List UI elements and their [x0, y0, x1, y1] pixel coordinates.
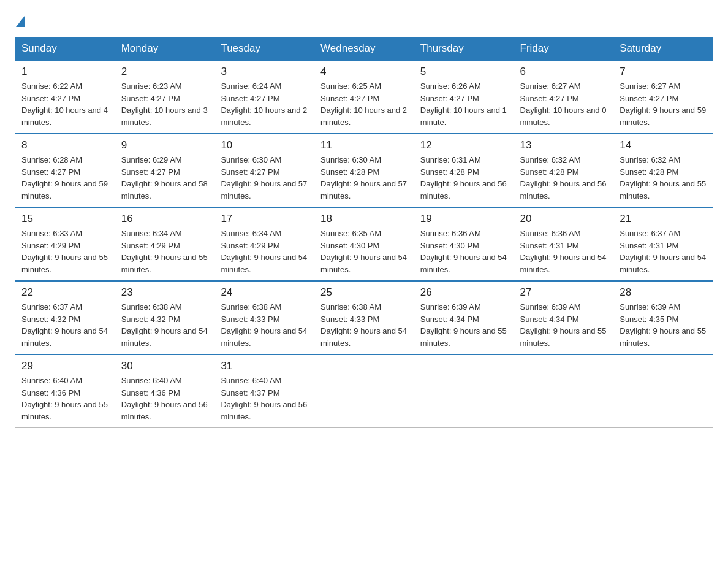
day-cell: 3Sunrise: 6:24 AMSunset: 4:27 PMDaylight…: [214, 60, 314, 134]
day-info: Sunrise: 6:40 AMSunset: 4:37 PMDaylight:…: [221, 375, 308, 423]
calendar-week-row: 22Sunrise: 6:37 AMSunset: 4:32 PMDayligh…: [15, 281, 713, 354]
day-info: Sunrise: 6:30 AMSunset: 4:28 PMDaylight:…: [320, 154, 408, 202]
day-info: Sunrise: 6:34 AMSunset: 4:29 PMDaylight:…: [121, 228, 208, 275]
day-cell: 21Sunrise: 6:37 AMSunset: 4:31 PMDayligh…: [613, 207, 713, 281]
day-number: 15: [21, 213, 108, 225]
day-info: Sunrise: 6:33 AMSunset: 4:29 PMDaylight:…: [21, 228, 108, 275]
calendar-week-row: 15Sunrise: 6:33 AMSunset: 4:29 PMDayligh…: [15, 207, 713, 281]
calendar-week-row: 29Sunrise: 6:40 AMSunset: 4:36 PMDayligh…: [15, 354, 713, 428]
day-of-week-header: Saturday: [613, 37, 713, 61]
day-number: 21: [620, 213, 707, 225]
day-cell: 10Sunrise: 6:30 AMSunset: 4:27 PMDayligh…: [214, 134, 314, 207]
empty-day-cell: [514, 354, 613, 428]
day-cell: 12Sunrise: 6:31 AMSunset: 4:28 PMDayligh…: [414, 134, 514, 207]
day-cell: 7Sunrise: 6:27 AMSunset: 4:27 PMDaylight…: [613, 60, 713, 134]
day-number: 9: [121, 139, 208, 151]
day-info: Sunrise: 6:28 AMSunset: 4:27 PMDaylight:…: [21, 154, 108, 202]
day-info: Sunrise: 6:23 AMSunset: 4:27 PMDaylight:…: [121, 80, 208, 128]
day-cell: 29Sunrise: 6:40 AMSunset: 4:36 PMDayligh…: [15, 354, 115, 428]
day-info: Sunrise: 6:26 AMSunset: 4:27 PMDaylight:…: [420, 80, 507, 128]
day-info: Sunrise: 6:32 AMSunset: 4:28 PMDaylight:…: [620, 154, 707, 202]
day-info: Sunrise: 6:32 AMSunset: 4:28 PMDaylight:…: [520, 154, 607, 202]
calendar-week-row: 8Sunrise: 6:28 AMSunset: 4:27 PMDaylight…: [15, 134, 713, 207]
day-cell: 31Sunrise: 6:40 AMSunset: 4:37 PMDayligh…: [214, 354, 314, 428]
day-of-week-header: Wednesday: [314, 37, 414, 61]
day-cell: 17Sunrise: 6:34 AMSunset: 4:29 PMDayligh…: [214, 207, 314, 281]
day-cell: 27Sunrise: 6:39 AMSunset: 4:34 PMDayligh…: [514, 281, 613, 354]
day-info: Sunrise: 6:24 AMSunset: 4:27 PMDaylight:…: [221, 80, 308, 128]
empty-day-cell: [613, 354, 713, 428]
day-number: 13: [520, 139, 607, 151]
day-info: Sunrise: 6:39 AMSunset: 4:35 PMDaylight:…: [620, 301, 707, 349]
day-cell: 25Sunrise: 6:38 AMSunset: 4:33 PMDayligh…: [314, 281, 414, 354]
logo-triangle-icon: [16, 16, 25, 27]
day-number: 3: [221, 66, 308, 78]
day-info: Sunrise: 6:36 AMSunset: 4:30 PMDaylight:…: [420, 228, 507, 275]
day-number: 8: [21, 139, 108, 151]
day-number: 12: [420, 139, 507, 151]
day-number: 1: [21, 66, 108, 78]
day-info: Sunrise: 6:27 AMSunset: 4:27 PMDaylight:…: [520, 80, 607, 128]
day-number: 23: [121, 286, 208, 299]
day-number: 27: [520, 286, 607, 299]
day-cell: 30Sunrise: 6:40 AMSunset: 4:36 PMDayligh…: [115, 354, 214, 428]
day-cell: 24Sunrise: 6:38 AMSunset: 4:33 PMDayligh…: [214, 281, 314, 354]
day-number: 22: [21, 286, 108, 299]
day-number: 10: [221, 139, 308, 151]
day-number: 14: [620, 139, 707, 151]
day-number: 26: [420, 286, 507, 299]
day-info: Sunrise: 6:29 AMSunset: 4:27 PMDaylight:…: [121, 154, 208, 202]
day-cell: 2Sunrise: 6:23 AMSunset: 4:27 PMDaylight…: [115, 60, 214, 134]
day-cell: 16Sunrise: 6:34 AMSunset: 4:29 PMDayligh…: [115, 207, 214, 281]
day-number: 20: [520, 213, 607, 225]
day-cell: 26Sunrise: 6:39 AMSunset: 4:34 PMDayligh…: [414, 281, 514, 354]
day-info: Sunrise: 6:38 AMSunset: 4:32 PMDaylight:…: [121, 301, 208, 349]
day-of-week-header: Monday: [115, 37, 214, 61]
day-number: 4: [320, 66, 408, 78]
empty-day-cell: [414, 354, 514, 428]
day-info: Sunrise: 6:37 AMSunset: 4:31 PMDaylight:…: [620, 228, 707, 275]
day-info: Sunrise: 6:25 AMSunset: 4:27 PMDaylight:…: [320, 80, 408, 128]
day-number: 11: [320, 139, 408, 151]
day-info: Sunrise: 6:22 AMSunset: 4:27 PMDaylight:…: [21, 80, 108, 128]
day-cell: 18Sunrise: 6:35 AMSunset: 4:30 PMDayligh…: [314, 207, 414, 281]
day-info: Sunrise: 6:36 AMSunset: 4:31 PMDaylight:…: [520, 228, 607, 275]
day-cell: 4Sunrise: 6:25 AMSunset: 4:27 PMDaylight…: [314, 60, 414, 134]
day-of-week-header: Tuesday: [214, 37, 314, 61]
day-info: Sunrise: 6:30 AMSunset: 4:27 PMDaylight:…: [221, 154, 308, 202]
day-info: Sunrise: 6:39 AMSunset: 4:34 PMDaylight:…: [420, 301, 507, 349]
day-cell: 5Sunrise: 6:26 AMSunset: 4:27 PMDaylight…: [414, 60, 514, 134]
day-info: Sunrise: 6:40 AMSunset: 4:36 PMDaylight:…: [21, 375, 108, 423]
day-of-week-header: Friday: [514, 37, 613, 61]
day-cell: 11Sunrise: 6:30 AMSunset: 4:28 PMDayligh…: [314, 134, 414, 207]
day-cell: 9Sunrise: 6:29 AMSunset: 4:27 PMDaylight…: [115, 134, 214, 207]
day-of-week-header: Thursday: [414, 37, 514, 61]
day-info: Sunrise: 6:34 AMSunset: 4:29 PMDaylight:…: [221, 228, 308, 275]
day-cell: 19Sunrise: 6:36 AMSunset: 4:30 PMDayligh…: [414, 207, 514, 281]
day-number: 25: [320, 286, 408, 299]
day-info: Sunrise: 6:27 AMSunset: 4:27 PMDaylight:…: [620, 80, 707, 128]
day-info: Sunrise: 6:39 AMSunset: 4:34 PMDaylight:…: [520, 301, 607, 349]
day-info: Sunrise: 6:38 AMSunset: 4:33 PMDaylight:…: [320, 301, 408, 349]
day-number: 2: [121, 66, 208, 78]
day-number: 17: [221, 213, 308, 225]
logo: [15, 15, 25, 25]
day-info: Sunrise: 6:38 AMSunset: 4:33 PMDaylight:…: [221, 301, 308, 349]
day-number: 19: [420, 213, 507, 225]
day-number: 16: [121, 213, 208, 225]
day-number: 30: [121, 360, 208, 372]
day-cell: 14Sunrise: 6:32 AMSunset: 4:28 PMDayligh…: [613, 134, 713, 207]
day-info: Sunrise: 6:40 AMSunset: 4:36 PMDaylight:…: [121, 375, 208, 423]
day-number: 29: [21, 360, 108, 372]
day-number: 7: [620, 66, 707, 78]
day-cell: 8Sunrise: 6:28 AMSunset: 4:27 PMDaylight…: [15, 134, 115, 207]
empty-day-cell: [314, 354, 414, 428]
calendar-week-row: 1Sunrise: 6:22 AMSunset: 4:27 PMDaylight…: [15, 60, 713, 134]
day-cell: 28Sunrise: 6:39 AMSunset: 4:35 PMDayligh…: [613, 281, 713, 354]
day-number: 18: [320, 213, 408, 225]
day-number: 5: [420, 66, 507, 78]
day-of-week-header: Sunday: [15, 37, 115, 61]
day-info: Sunrise: 6:37 AMSunset: 4:32 PMDaylight:…: [21, 301, 108, 349]
day-number: 6: [520, 66, 607, 78]
day-info: Sunrise: 6:35 AMSunset: 4:30 PMDaylight:…: [320, 228, 408, 275]
